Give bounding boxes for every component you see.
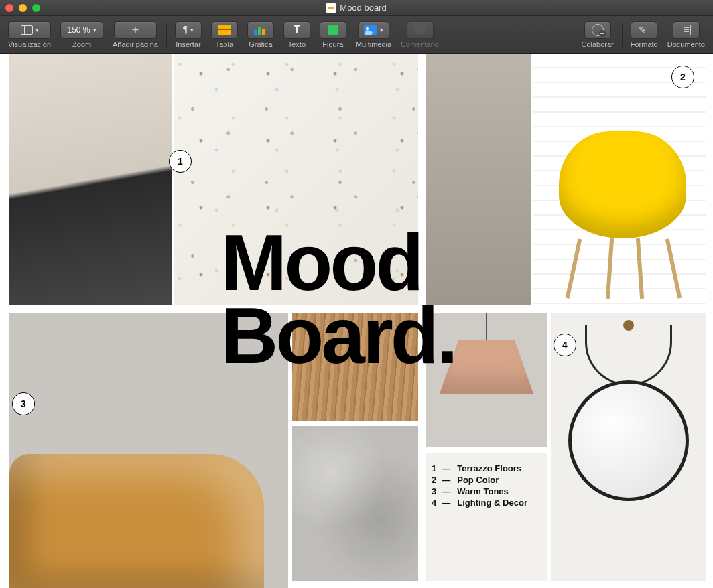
toolbar: ▾ Visualización 150 % ▾ Zoom + Añadir pá… xyxy=(0,16,713,54)
chart-icon xyxy=(254,25,267,35)
shape-button[interactable] xyxy=(320,21,346,39)
comment-icon xyxy=(414,26,426,34)
add-page-label: Añadir página xyxy=(113,40,158,48)
chevron-down-icon: ▾ xyxy=(93,27,96,33)
document-button[interactable] xyxy=(673,21,700,39)
legend-label: Pop Color xyxy=(457,475,499,485)
moodboard-image-black-chair[interactable] xyxy=(9,54,172,305)
collaborate-button[interactable] xyxy=(584,21,611,39)
view-button[interactable]: ▾ xyxy=(8,21,51,39)
legend-num: 3 xyxy=(432,486,436,496)
view-label: Visualización xyxy=(8,40,51,48)
mirror-graphic xyxy=(568,380,689,501)
legend-label: Warm Tones xyxy=(457,486,509,496)
annotation-1[interactable]: 1 xyxy=(169,150,192,173)
document-label: Documento xyxy=(667,40,705,48)
legend-row: 3 — Warm Tones xyxy=(432,486,541,496)
annotation-2[interactable]: 2 xyxy=(671,66,694,88)
legend-num: 1 xyxy=(432,463,436,473)
insert-button[interactable]: ¶ ▾ xyxy=(175,21,202,39)
table-icon xyxy=(218,25,231,35)
text-label: Texto xyxy=(288,40,306,48)
paragraph-icon: ¶ xyxy=(183,24,188,35)
moodboard-image-yellow-chair[interactable] xyxy=(533,54,706,305)
legend-label: Lighting & Decor xyxy=(457,498,527,508)
legend-label: Terrazzo Floors xyxy=(457,463,521,473)
collaborate-icon xyxy=(592,24,604,36)
add-page-button[interactable]: + xyxy=(114,21,157,39)
text-button[interactable]: T xyxy=(283,21,310,39)
table-label: Tabla xyxy=(216,40,233,48)
title-line-1: Mood xyxy=(221,226,456,299)
chevron-down-icon: ▾ xyxy=(190,27,194,33)
shape-icon xyxy=(328,25,338,35)
moodboard-image-mirror[interactable] xyxy=(551,313,706,581)
media-button[interactable]: ▾ xyxy=(358,21,389,39)
shape-label: Figura xyxy=(322,40,343,48)
document-settings-icon xyxy=(682,25,691,35)
comment-button[interactable] xyxy=(407,21,434,39)
chart-label: Gráfica xyxy=(249,40,272,48)
text-icon: T xyxy=(294,24,300,36)
format-label: Formato xyxy=(631,40,658,48)
view-icon xyxy=(21,25,33,35)
format-icon xyxy=(639,25,649,35)
table-button[interactable] xyxy=(211,21,238,39)
legend-row: 2 — Pop Color xyxy=(432,475,541,485)
window-title: Mood board xyxy=(340,3,386,13)
toolbar-separator xyxy=(622,23,623,47)
format-button[interactable] xyxy=(631,21,657,39)
legend-dash: — xyxy=(442,498,452,508)
document-canvas[interactable]: 1 — Terrazzo Floors 2 — Pop Color 3 — Wa… xyxy=(0,54,713,588)
legend-dash: — xyxy=(442,475,452,485)
legend-panel[interactable]: 1 — Terrazzo Floors 2 — Pop Color 3 — Wa… xyxy=(426,453,547,581)
zoom-button[interactable]: 150 % ▾ xyxy=(60,21,103,39)
legend-row: 1 — Terrazzo Floors xyxy=(432,463,541,473)
legend-dash: — xyxy=(442,463,452,473)
comment-label: Comentario xyxy=(401,40,439,48)
zoom-label: Zoom xyxy=(72,40,91,48)
window-titlebar: Mood board xyxy=(0,0,713,16)
insert-label: Insertar xyxy=(176,40,200,48)
plus-icon: + xyxy=(132,24,139,36)
mirror-strap xyxy=(585,325,672,386)
collaborate-label: Colaborar xyxy=(581,40,613,48)
chevron-down-icon: ▾ xyxy=(36,27,39,33)
document-icon xyxy=(326,3,336,13)
legend-dash: — xyxy=(442,486,452,496)
legend-row: 4 — Lighting & Decor xyxy=(432,498,541,508)
zoom-value: 150 % xyxy=(68,25,90,35)
annotation-3[interactable]: 3 xyxy=(12,392,35,415)
moodboard-image-fur[interactable] xyxy=(292,426,418,581)
legend-num: 2 xyxy=(432,475,436,485)
title-line-2: Board. xyxy=(221,299,456,372)
media-icon xyxy=(364,25,377,35)
toolbar-separator xyxy=(166,23,167,47)
chevron-down-icon: ▾ xyxy=(380,27,383,33)
legend-num: 4 xyxy=(432,498,436,508)
media-label: Multimedia xyxy=(356,40,391,48)
chart-button[interactable] xyxy=(247,21,274,39)
annotation-4[interactable]: 4 xyxy=(554,334,576,356)
sofa-graphic xyxy=(9,454,264,588)
yellow-chair-graphic xyxy=(552,125,700,299)
document-title[interactable]: Mood Board. xyxy=(221,226,456,372)
